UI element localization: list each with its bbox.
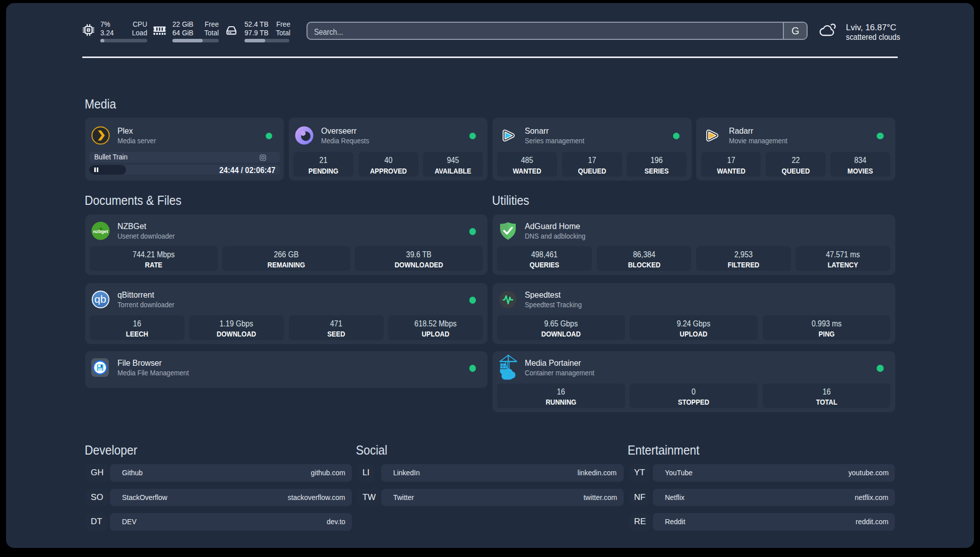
svg-text:qb: qb [94,293,106,305]
svg-text:nzbget: nzbget [93,229,108,234]
